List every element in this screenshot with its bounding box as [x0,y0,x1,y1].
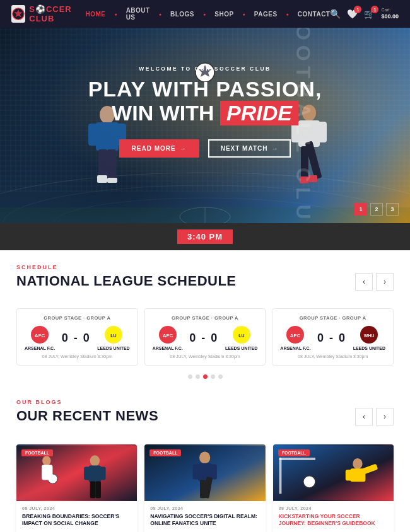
logo-text: S⚽CCER CLUB [29,4,85,23]
arsenal-badge-2: AFC [159,326,177,344]
search-icon[interactable]: 🔍 [330,9,341,19]
hero-pagination: 1 2 3 [354,203,399,216]
team2-name-1: LEEDS UNITED [97,346,129,350]
nav-icons: 🔍 🤍 1 🛒 1 Cart: $00.00 [330,8,399,20]
blogs-header: OUR BLOGS OUR RECENT NEWS ‹ › [16,399,394,434]
wishlist-badge: 1 [354,6,361,13]
dot-4[interactable] [211,374,215,379]
score-1: 0 - 0 [62,332,91,345]
nav-pages[interactable]: PAGES [254,11,278,18]
svg-text:LU: LU [238,333,244,338]
card-date-3: 08 JULY, Wembley Stadium 3:30pm [280,354,385,359]
svg-rect-62 [279,458,315,460]
svg-text:AFC: AFC [290,333,301,338]
match-card-2: GROUP STAGE · GROUP A AFC ARSENAL F.C. 0… [144,308,266,366]
leeds-badge-2: LU [233,326,250,344]
blogs-prev-button[interactable]: ‹ [355,408,373,425]
nav-links: HOME ● ABOUT US ● BLOGS ● SHOP ● PAGES ●… [85,7,330,21]
team1-info-3: AFC ARSENAL F.C. [280,326,310,350]
nav-home[interactable]: HOME [85,11,105,18]
dot-1[interactable] [188,374,192,379]
blogs-label: OUR BLOGS [16,399,158,405]
blogs-next-button[interactable]: › [376,408,394,425]
next-match-button[interactable]: NEXT MATCH → [208,139,291,158]
time-display: 3:40 PM [177,229,233,244]
blog-date-2: 08 JULY, 2024 [150,506,259,511]
read-more-button[interactable]: READ MORE → [119,139,199,158]
cart-icon[interactable]: 🛒 1 [364,9,375,19]
team2-info-2: LU LEEDS UNITED [225,326,257,350]
card-date-1: 08 JULY, Wembley Stadium 3:30pm [25,354,130,359]
card-teams-3: AFC ARSENAL F.C. 0 - 0 WHU LEEDS UNITED [280,326,385,350]
nav-shop[interactable]: SHOP [214,11,233,18]
hero-subtitle: WELCOME TO OUR SOCCER CLUB [0,66,410,72]
schedule-prev-button[interactable]: ‹ [355,273,373,291]
cart-price: Cart: $00.00 [381,8,399,20]
blog-card-1[interactable]: Football 08 JULY, 2024 BREAKING BOUNDARI… [16,444,137,532]
svg-text:AFC: AFC [35,333,45,338]
score-3: 0 - 0 [317,332,346,345]
svg-rect-15 [107,178,117,183]
dot-3[interactable] [203,374,208,379]
blog-image-3: Football [273,444,394,501]
blog-title-3: KICKSTARTING YOUR SOCCER JOURNEY: BEGINN… [279,513,388,528]
logo[interactable]: S⚽CCER CLUB [11,4,85,23]
svg-rect-58 [345,470,352,480]
cart-badge: 1 [371,6,378,13]
hero-page-3[interactable]: 3 [386,203,399,216]
team1-info-2: AFC ARSENAL F.C. [153,326,183,350]
svg-rect-43 [90,481,96,498]
team2-info-1: LU LEEDS UNITED [97,326,129,350]
wishlist-icon[interactable]: 🤍 1 [347,9,358,19]
svg-point-46 [42,456,50,465]
dot-2[interactable] [196,374,200,379]
schedule-next-button[interactable]: › [376,273,394,291]
svg-text:WHU: WHU [364,333,375,338]
schedule-title: NATIONAL LEAGUE SCHEDULE [16,273,237,289]
nav-about[interactable]: ABOUT US [126,7,150,21]
blog-tag-2: Football [149,449,181,456]
blogs-title: OUR RECENT NEWS [16,408,158,424]
card-teams-1: AFC ARSENAL F.C. 0 - 0 LU LEEDS UNITED [25,326,130,350]
card-date-2: 08 JULY, Wembley Stadium 3:30pm [153,354,258,359]
blog-body-2: 08 JULY, 2024 NAVIGATING SOCCER'S DIGITA… [144,501,265,532]
schedule-label: SCHEDULE [16,264,237,270]
hero-title-line1: PLAY WITH PASSION, [0,78,410,101]
team2-info-3: WHU LEEDS UNITED [353,326,385,350]
hero-section: FOOTBALL CLUB WELCOME TO OUR SOCCER CLUB… [0,28,410,223]
svg-point-56 [353,458,362,469]
card-stage-2: GROUP STAGE · GROUP A [153,315,258,321]
arrow-right-icon: → [180,145,187,152]
schedule-header: SCHEDULE NATIONAL LEAGUE SCHEDULE ‹ › [16,264,394,299]
arsenal-badge-1: AFC [31,326,49,344]
team1-name-2: ARSENAL F.C. [153,346,183,350]
svg-rect-42 [99,466,106,480]
logo-icon [11,5,25,23]
blog-tag-3: Football [278,449,310,456]
svg-rect-52 [210,465,217,480]
hero-page-2[interactable]: 2 [370,203,383,216]
svg-rect-51 [193,465,200,480]
card-stage-1: GROUP STAGE · GROUP A [25,315,130,321]
nav-blogs[interactable]: BLOGS [170,11,194,18]
svg-rect-41 [84,466,91,480]
svg-text:LU: LU [110,333,116,338]
schedule-section: SCHEDULE NATIONAL LEAGUE SCHEDULE ‹ › GR… [0,250,410,393]
team1-name-3: ARSENAL F.C. [280,346,310,350]
score-2: 0 - 0 [189,332,218,345]
blog-card-3[interactable]: Football 08 JULY, 2024 KICKSTARTING YOUR… [273,444,394,532]
hero-page-1[interactable]: 1 [354,203,367,216]
team2-name-3: LEEDS UNITED [353,346,385,350]
blogs-titles: OUR BLOGS OUR RECENT NEWS [16,399,158,434]
svg-rect-44 [95,481,101,498]
blog-card-2[interactable]: Football 08 JULY, 2024 NAVIGATING SOCCER… [144,444,265,532]
blogs-nav-arrows: ‹ › [355,408,394,425]
svg-point-60 [303,476,315,488]
nav-contact[interactable]: CONTACT [298,11,331,18]
schedule-cards: GROUP STAGE · GROUP A AFC ARSENAL F.C. 0… [16,308,394,366]
svg-rect-14 [97,175,107,183]
dot-5[interactable] [218,374,223,379]
svg-text:AFC: AFC [162,333,173,338]
blog-title-1: BREAKING BOUNDARIES: SOCCER'S IMPACT ON … [22,513,131,528]
stadium-arc [0,147,410,223]
